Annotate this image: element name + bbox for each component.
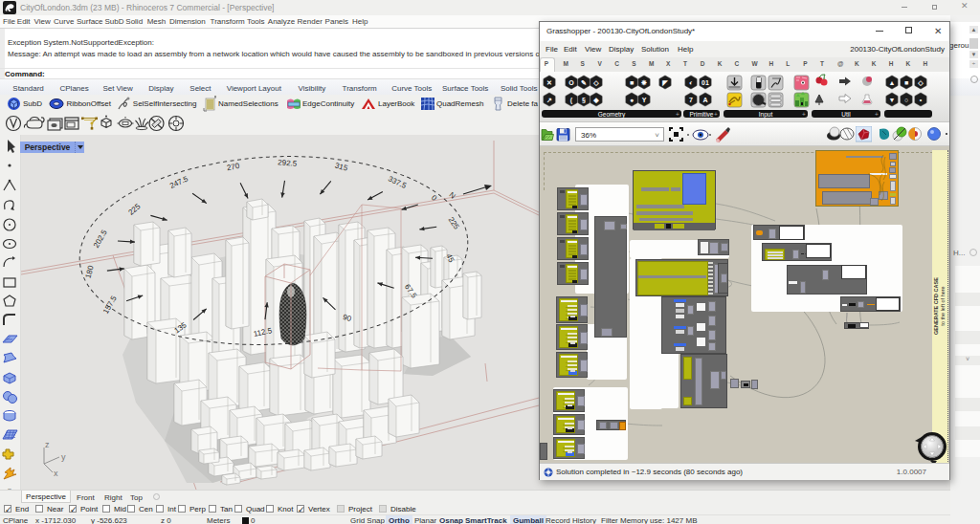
svg-text:▼: ▼ <box>889 97 896 103</box>
svg-text:315: 315 <box>334 162 349 173</box>
svg-text:◐: ◐ <box>689 79 693 86</box>
svg-text:+: + <box>875 111 879 118</box>
svg-text:+: + <box>676 111 679 118</box>
svg-text:Input: Input <box>759 111 773 119</box>
svg-text:y: y <box>61 452 66 462</box>
svg-text:◇: ◇ <box>592 79 599 87</box>
svg-text:A: A <box>702 97 707 103</box>
svg-text:●: ● <box>630 97 634 103</box>
svg-text:z: z <box>45 440 50 449</box>
svg-text:180: 180 <box>84 264 96 279</box>
svg-text:▲: ▲ <box>889 79 896 86</box>
svg-text:✕: ✕ <box>546 79 552 86</box>
svg-text:01: 01 <box>702 79 709 86</box>
svg-text:247.5: 247.5 <box>168 174 189 190</box>
svg-text:○: ○ <box>904 97 908 103</box>
svg-text:270: 270 <box>226 162 240 172</box>
svg-text:+: + <box>714 111 718 118</box>
svg-text:✎: ✎ <box>581 79 587 86</box>
svg-text:Util: Util <box>841 111 851 118</box>
svg-text:225: 225 <box>126 202 142 217</box>
svg-text:■: ■ <box>904 79 908 86</box>
svg-text:O: O <box>568 79 574 86</box>
svg-text:↗: ↗ <box>546 97 552 103</box>
svg-text:Primitive: Primitive <box>690 111 714 118</box>
svg-text:0: 0 <box>430 193 439 203</box>
svg-text:x: x <box>54 469 58 478</box>
svg-text:N: N <box>448 190 457 201</box>
svg-text:7: 7 <box>689 97 693 103</box>
svg-text:◆: ◆ <box>592 97 599 104</box>
svg-text:+: + <box>802 111 806 118</box>
svg-text:■: ■ <box>630 79 634 86</box>
svg-text:Y: Y <box>642 97 647 103</box>
svg-text:157.5: 157.5 <box>101 294 119 315</box>
svg-text:337.5: 337.5 <box>387 174 408 190</box>
svg-text:292.5: 292.5 <box>278 158 298 168</box>
svg-text:225: 225 <box>447 216 461 232</box>
svg-text:202.5: 202.5 <box>92 228 109 249</box>
svg-text:◤: ◤ <box>661 79 668 87</box>
svg-text:◇: ◇ <box>917 79 924 87</box>
svg-text:§: § <box>582 97 586 103</box>
svg-text:Geometry: Geometry <box>598 111 626 119</box>
svg-text:❋: ❋ <box>641 79 647 86</box>
